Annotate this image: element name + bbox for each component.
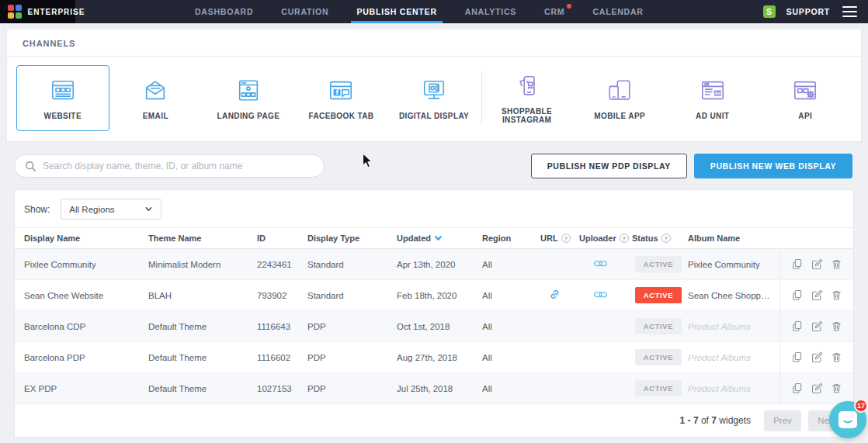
- cell-theme-name: BLAH: [148, 291, 257, 300]
- row-actions: [779, 342, 853, 372]
- channels-panel: CHANNELS WEBSITE EMAIL LANDING PAGE f FA…: [6, 29, 862, 142]
- channel-landing-page[interactable]: LANDING PAGE: [202, 65, 295, 131]
- delete-button[interactable]: [830, 382, 843, 395]
- ad-unit-icon: Ad: [696, 77, 730, 105]
- cell-display-name: Barcelona PDP: [24, 353, 148, 362]
- edit-button[interactable]: [811, 351, 824, 364]
- duplicate-button[interactable]: [790, 320, 804, 333]
- col-updated[interactable]: Updated: [397, 234, 482, 243]
- cell-theme-name: Default Theme: [148, 384, 257, 393]
- user-avatar[interactable]: S: [763, 5, 776, 18]
- channels-row: WEBSITE EMAIL LANDING PAGE f FACEBOOK TA…: [7, 57, 861, 141]
- status-help-icon[interactable]: ?: [661, 234, 671, 243]
- col-theme-name[interactable]: Theme Name: [148, 234, 257, 243]
- svg-text:Ad: Ad: [714, 91, 720, 95]
- col-display-type[interactable]: Display Type: [307, 234, 397, 243]
- publish-new-pdp-display-button[interactable]: PUBLISH NEW PDP DISPLAY: [531, 154, 687, 178]
- cell-url: [540, 288, 579, 303]
- cell-region: All: [482, 384, 540, 393]
- cell-theme-name: Default Theme: [148, 353, 257, 362]
- table-row[interactable]: Barcelona PDP Default Theme 1116602 PDP …: [15, 342, 853, 373]
- cell-album-name: Pixlee Community: [688, 260, 779, 269]
- publish-center-page: ENTERPRISE DASHBOARDCURATIONPUBLISH CENT…: [0, 0, 868, 443]
- status-badge: ACTIVE: [635, 287, 682, 303]
- edit-button[interactable]: [811, 320, 824, 333]
- channel-email[interactable]: EMAIL: [109, 65, 203, 131]
- url-help-icon[interactable]: ?: [561, 234, 571, 243]
- col-url[interactable]: URL?: [540, 234, 579, 243]
- region-select[interactable]: All Regions: [61, 199, 161, 220]
- col-display-name[interactable]: Display Name: [24, 234, 148, 243]
- pagination: 1 - 7 of 7 widgets Prev Next: [15, 404, 853, 437]
- cell-display-type: PDP: [307, 353, 397, 362]
- channel-facebook-tab[interactable]: f FACEBOOK TAB: [295, 65, 388, 131]
- search-box[interactable]: [14, 154, 325, 178]
- status-badge: ACTIVE: [635, 318, 682, 334]
- nav-tabs: DASHBOARDCURATIONPUBLISH CENTERANALYTICS…: [75, 0, 763, 23]
- nav-tab-dashboard[interactable]: DASHBOARD: [193, 0, 255, 23]
- channel-digital-display[interactable]: DIGITAL DISPLAY: [387, 65, 481, 131]
- row-actions: [779, 249, 853, 279]
- uploader-link-icon[interactable]: [593, 258, 608, 270]
- row-actions: [779, 280, 853, 310]
- col-region[interactable]: Region: [482, 234, 540, 243]
- duplicate-button[interactable]: [790, 289, 804, 302]
- edit-button[interactable]: [811, 382, 824, 395]
- cell-display-type: Standard: [307, 291, 397, 300]
- table-row[interactable]: Sean Chee Website BLAH 793902 Standard F…: [15, 280, 853, 311]
- delete-button[interactable]: [830, 351, 843, 364]
- publish-new-web-display-button[interactable]: PUBLISH NEW WEB DISPLAY: [694, 154, 852, 178]
- delete-button[interactable]: [830, 289, 843, 302]
- cell-updated: Apr 13th, 2020: [397, 260, 482, 269]
- url-link-icon[interactable]: [548, 288, 561, 303]
- uploader-help-icon[interactable]: ?: [620, 234, 629, 243]
- uploader-link-icon[interactable]: [593, 289, 608, 301]
- duplicate-button[interactable]: [790, 258, 804, 271]
- delete-button[interactable]: [830, 258, 843, 271]
- notification-dot: [567, 4, 571, 9]
- digital-display-icon: [417, 77, 451, 105]
- toolbar: PUBLISH NEW PDP DISPLAY PUBLISH NEW WEB …: [14, 154, 852, 178]
- nav-tab-calendar[interactable]: CALENDAR: [590, 0, 645, 23]
- cell-display-name: Sean Chee Website: [24, 291, 148, 300]
- cell-album-name: Sean Chee Shoppable ...: [688, 291, 779, 300]
- cell-status: ACTIVE: [632, 349, 688, 365]
- cell-uploader: [579, 289, 632, 301]
- delete-button[interactable]: [830, 320, 843, 333]
- nav-tab-analytics[interactable]: ANALYTICS: [463, 0, 519, 23]
- search-input[interactable]: [43, 161, 314, 171]
- channel-api[interactable]: API: [759, 65, 852, 131]
- support-link[interactable]: SUPPORT: [786, 7, 830, 16]
- duplicate-button[interactable]: [790, 382, 804, 395]
- edit-button[interactable]: [811, 258, 824, 271]
- channel-website[interactable]: WEBSITE: [16, 65, 109, 131]
- website-icon: [46, 77, 80, 105]
- facebook-tab-icon: f: [324, 77, 358, 105]
- brand[interactable]: ENTERPRISE: [0, 0, 75, 23]
- sort-desc-icon[interactable]: [434, 234, 443, 242]
- cell-theme-name: Default Theme: [148, 322, 257, 331]
- duplicate-button[interactable]: [790, 351, 804, 364]
- table-row[interactable]: Pixlee Community Minimalist Modern 22434…: [15, 249, 853, 280]
- col-status[interactable]: Status?: [632, 234, 688, 243]
- col-album-name[interactable]: Album Name: [688, 234, 779, 243]
- channel-ad-unit[interactable]: Ad AD UNIT: [666, 65, 759, 131]
- cell-updated: Feb 18th, 2020: [397, 291, 482, 300]
- chat-launcher[interactable]: 17: [829, 401, 866, 438]
- col-uploader[interactable]: Uploader?: [579, 234, 632, 243]
- nav-tab-curation[interactable]: CURATION: [279, 0, 331, 23]
- prev-button[interactable]: Prev: [764, 410, 801, 431]
- channel-mobile-app[interactable]: MOBILE APP: [573, 65, 666, 131]
- col-id[interactable]: ID: [257, 234, 307, 243]
- show-label: Show:: [24, 204, 50, 215]
- nav-tab-crm[interactable]: CRM: [542, 0, 567, 23]
- displays-table-panel: Show: All Regions Display Name Theme Nam…: [14, 189, 854, 438]
- cell-status: ACTIVE: [632, 380, 688, 396]
- edit-button[interactable]: [811, 289, 824, 302]
- table-row[interactable]: EX PDP Default Theme 1027153 PDP Jul 25t…: [15, 373, 853, 404]
- table-row[interactable]: Barcelona CDP Default Theme 1116643 PDP …: [15, 311, 853, 342]
- nav-tab-publish-center[interactable]: PUBLISH CENTER: [354, 0, 439, 23]
- hamburger-menu-icon[interactable]: [841, 3, 859, 21]
- status-badge: ACTIVE: [635, 256, 682, 272]
- channel-shoppable-instagram[interactable]: SHOPPABLE INSTAGRAM: [481, 65, 574, 131]
